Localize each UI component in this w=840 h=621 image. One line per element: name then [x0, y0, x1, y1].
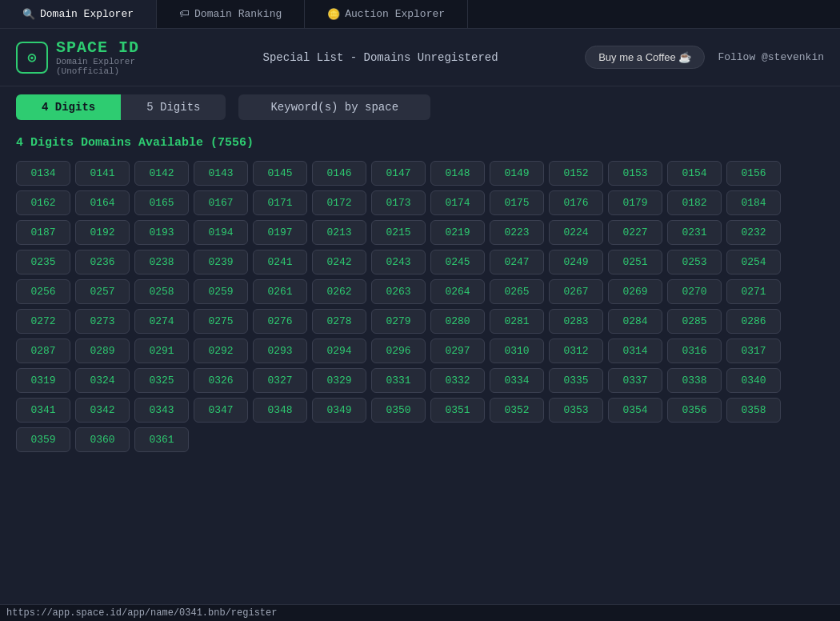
- domain-badge[interactable]: 0283: [549, 309, 603, 334]
- domain-badge[interactable]: 0184: [726, 190, 781, 215]
- domain-badge[interactable]: 0340: [726, 368, 781, 393]
- domain-badge[interactable]: 0173: [371, 190, 426, 215]
- domain-badge[interactable]: 0358: [726, 398, 781, 423]
- tab-keyword[interactable]: Keyword(s) by space: [238, 94, 430, 120]
- domain-badge[interactable]: 0293: [253, 339, 307, 363]
- buy-coffee-button[interactable]: Buy me a Coffee ☕: [585, 46, 705, 69]
- domain-badge[interactable]: 0319: [16, 368, 70, 393]
- domain-badge[interactable]: 0314: [608, 339, 662, 363]
- domain-badge[interactable]: 0251: [608, 250, 662, 274]
- domain-badge[interactable]: 0329: [312, 368, 366, 393]
- domain-badge[interactable]: 0341: [16, 398, 70, 423]
- domain-badge[interactable]: 0156: [726, 161, 781, 186]
- domain-badge[interactable]: 0215: [371, 220, 426, 245]
- domain-badge[interactable]: 0192: [75, 220, 130, 245]
- domain-badge[interactable]: 0352: [490, 398, 544, 423]
- domain-badge[interactable]: 0286: [726, 309, 781, 334]
- domain-badge[interactable]: 0274: [134, 309, 189, 334]
- domain-badge[interactable]: 0235: [16, 250, 70, 274]
- domain-badge[interactable]: 0193: [134, 220, 189, 245]
- domain-badge[interactable]: 0187: [16, 220, 70, 245]
- domain-badge[interactable]: 0147: [371, 161, 426, 186]
- domain-badge[interactable]: 0279: [371, 309, 426, 334]
- domain-badge[interactable]: 0326: [194, 368, 248, 393]
- domain-badge[interactable]: 0278: [312, 309, 366, 334]
- domain-badge[interactable]: 0148: [430, 161, 485, 186]
- nav-tab-auction-explorer[interactable]: 🪙 Auction Explorer: [305, 0, 468, 28]
- domain-badge[interactable]: 0351: [430, 398, 485, 423]
- domain-badge[interactable]: 0327: [253, 368, 307, 393]
- domain-badge[interactable]: 0254: [726, 250, 781, 274]
- domain-badge[interactable]: 0259: [194, 279, 248, 304]
- domain-badge[interactable]: 0232: [726, 220, 781, 245]
- tab-5digits[interactable]: 5 Digits: [121, 94, 226, 120]
- domain-badge[interactable]: 0256: [16, 279, 70, 304]
- domain-badge[interactable]: 0285: [667, 309, 722, 334]
- domain-badge[interactable]: 0141: [75, 161, 130, 186]
- domain-badge[interactable]: 0172: [312, 190, 366, 215]
- domain-badge[interactable]: 0143: [194, 161, 248, 186]
- domain-badge[interactable]: 0162: [16, 190, 70, 215]
- domain-badge[interactable]: 0335: [549, 368, 603, 393]
- domain-badge[interactable]: 0291: [134, 339, 189, 363]
- domain-badge[interactable]: 0241: [253, 250, 307, 274]
- domain-badge[interactable]: 0334: [490, 368, 544, 393]
- domain-badge[interactable]: 0312: [549, 339, 603, 363]
- domain-badge[interactable]: 0179: [608, 190, 662, 215]
- domain-badge[interactable]: 0239: [194, 250, 248, 274]
- domain-badge[interactable]: 0360: [75, 427, 130, 452]
- domain-badge[interactable]: 0134: [16, 161, 70, 186]
- domain-badge[interactable]: 0245: [430, 250, 485, 274]
- domain-badge[interactable]: 0310: [490, 339, 544, 363]
- domain-badge[interactable]: 0152: [549, 161, 603, 186]
- domain-badge[interactable]: 0142: [134, 161, 189, 186]
- domain-badge[interactable]: 0343: [134, 398, 189, 423]
- domain-badge[interactable]: 0243: [371, 250, 426, 274]
- domain-badge[interactable]: 0347: [194, 398, 248, 423]
- domain-badge[interactable]: 0356: [667, 398, 722, 423]
- domain-badge[interactable]: 0175: [490, 190, 544, 215]
- domain-badge[interactable]: 0249: [549, 250, 603, 274]
- domain-badge[interactable]: 0348: [253, 398, 307, 423]
- domain-badge[interactable]: 0294: [312, 339, 366, 363]
- domain-badge[interactable]: 0359: [16, 427, 70, 452]
- domain-badge[interactable]: 0271: [726, 279, 781, 304]
- domain-badge[interactable]: 0275: [194, 309, 248, 334]
- domain-badge[interactable]: 0264: [430, 279, 485, 304]
- domain-badge[interactable]: 0197: [253, 220, 307, 245]
- domain-badge[interactable]: 0227: [608, 220, 662, 245]
- domain-badge[interactable]: 0171: [253, 190, 307, 215]
- domain-badge[interactable]: 0292: [194, 339, 248, 363]
- domain-badge[interactable]: 0281: [490, 309, 544, 334]
- domain-badge[interactable]: 0284: [608, 309, 662, 334]
- domain-badge[interactable]: 0194: [194, 220, 248, 245]
- tab-4digits[interactable]: 4 Digits: [16, 94, 121, 120]
- domain-badge[interactable]: 0353: [549, 398, 603, 423]
- domain-badge[interactable]: 0261: [253, 279, 307, 304]
- domain-badge[interactable]: 0342: [75, 398, 130, 423]
- domain-badge[interactable]: 0146: [312, 161, 366, 186]
- domain-badge[interactable]: 0317: [726, 339, 781, 363]
- domain-badge[interactable]: 0236: [75, 250, 130, 274]
- domain-badge[interactable]: 0297: [430, 339, 485, 363]
- domain-badge[interactable]: 0258: [134, 279, 189, 304]
- domain-badge[interactable]: 0267: [549, 279, 603, 304]
- domain-badge[interactable]: 0149: [490, 161, 544, 186]
- domain-badge[interactable]: 0316: [667, 339, 722, 363]
- domain-badge[interactable]: 0174: [430, 190, 485, 215]
- domain-badge[interactable]: 0265: [490, 279, 544, 304]
- domain-badge[interactable]: 0257: [75, 279, 130, 304]
- domain-badge[interactable]: 0272: [16, 309, 70, 334]
- domain-badge[interactable]: 0219: [430, 220, 485, 245]
- nav-tab-domain-ranking[interactable]: 🏷 Domain Ranking: [157, 0, 305, 28]
- domain-badge[interactable]: 0273: [75, 309, 130, 334]
- domain-badge[interactable]: 0262: [312, 279, 366, 304]
- domain-badge[interactable]: 0338: [667, 368, 722, 393]
- domain-badge[interactable]: 0276: [253, 309, 307, 334]
- domain-badge[interactable]: 0242: [312, 250, 366, 274]
- domain-badge[interactable]: 0176: [549, 190, 603, 215]
- domain-badge[interactable]: 0269: [608, 279, 662, 304]
- domain-badge[interactable]: 0350: [371, 398, 426, 423]
- domain-badge[interactable]: 0325: [134, 368, 189, 393]
- domain-badge[interactable]: 0213: [312, 220, 366, 245]
